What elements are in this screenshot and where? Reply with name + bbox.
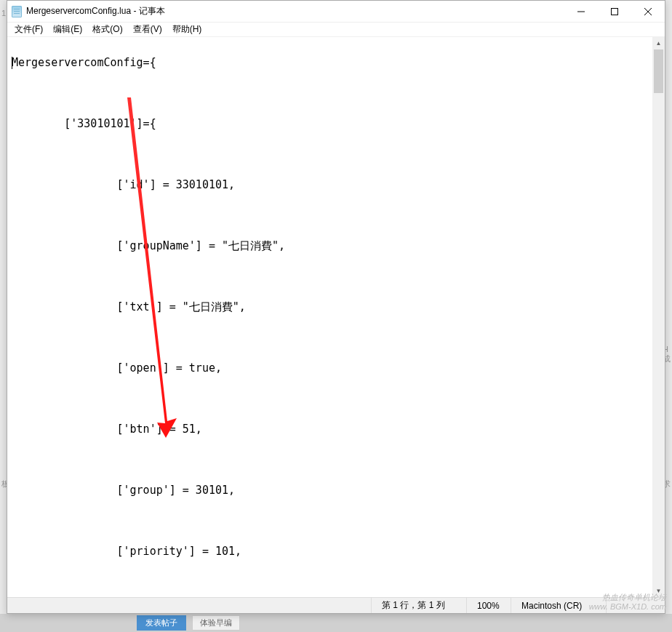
content-area: MergeservercomConfig={ ['33010101']={ ['…: [7, 37, 665, 597]
notepad-icon: [12, 6, 22, 17]
scroll-thumb[interactable]: [654, 49, 663, 93]
code-line: ['id'] = 33010101,: [12, 177, 648, 193]
code-line: ['txt'] = "七日消費",: [12, 300, 648, 315]
code-line: ['btn'] = 51,: [12, 422, 648, 437]
code-line: MergeservercomConfig={: [12, 56, 156, 69]
watermark: 热血传奇单机论坛 www. BGM-X1D. com: [589, 593, 666, 612]
menu-help[interactable]: 帮助(H): [168, 23, 207, 36]
close-button[interactable]: [631, 1, 665, 22]
titlebar[interactable]: MergeservercomConfig.lua - 记事本: [7, 1, 665, 23]
menu-edit[interactable]: 编辑(E): [49, 23, 87, 36]
code-line: ['open'] = true,: [12, 361, 648, 376]
code-line: ['priority'] = 101,: [12, 544, 648, 559]
window-title: MergeservercomConfig.lua - 记事本: [26, 5, 564, 17]
minimize-icon: [577, 8, 585, 15]
statusbar: 第 1 行，第 1 列 100% Macintosh (CR): [7, 597, 665, 613]
menu-file[interactable]: 文件(F): [10, 23, 47, 36]
watermark-1: 热血传奇单机论坛: [589, 593, 666, 602]
text-editor[interactable]: MergeservercomConfig={ ['33010101']={ ['…: [7, 37, 652, 597]
status-position: 第 1 行，第 1 列: [372, 598, 466, 613]
bg-btn2: 体验早编: [192, 615, 240, 631]
scroll-track[interactable]: [652, 49, 665, 585]
chevron-up-icon: ▲: [656, 40, 662, 47]
vertical-scrollbar[interactable]: ▲ ▼: [652, 37, 665, 597]
close-icon: [644, 8, 652, 15]
menu-view[interactable]: 查看(V): [129, 23, 167, 36]
maximize-icon: [611, 8, 618, 15]
notepad-window: MergeservercomConfig.lua - 记事本 文件(F) 编辑(…: [7, 0, 665, 614]
maximize-button[interactable]: [598, 1, 631, 22]
window-controls: [564, 1, 665, 22]
svg-rect-1: [612, 8, 618, 15]
code-line: ['33010101']={: [12, 116, 648, 132]
code-line: ['groupName'] = "七日消費",: [12, 239, 648, 254]
bg-fragment: 1: [1, 9, 6, 17]
menubar: 文件(F) 编辑(E) 格式(O) 查看(V) 帮助(H): [7, 23, 665, 37]
bg-page-bottom: 发表帖子 体验早编: [0, 614, 672, 632]
bg-post-button: 发表帖子: [137, 615, 186, 631]
minimize-button[interactable]: [564, 1, 598, 22]
menu-format[interactable]: 格式(O): [88, 23, 127, 36]
scroll-up-button[interactable]: ▲: [652, 37, 665, 49]
watermark-2: www. BGM-X1D. com: [589, 602, 666, 612]
code-line: ['group'] = 30101,: [12, 483, 648, 498]
status-zoom: 100%: [467, 598, 511, 613]
